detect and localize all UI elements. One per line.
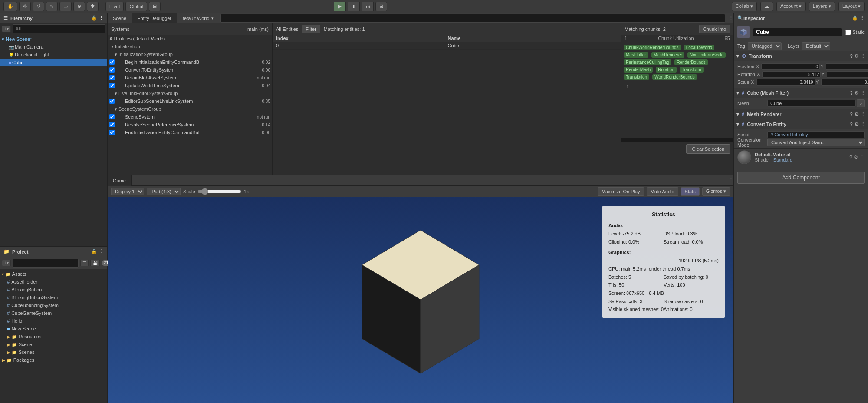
editor-subscene-row[interactable]: EditorSubSceneLiveLinkSystem 0.85 <box>108 97 272 105</box>
project-lock-icon[interactable]: 🔒 <box>91 249 97 254</box>
comp-tag-nonuniformscale[interactable]: NonUniformScale <box>687 52 726 58</box>
comp-tag-localtoworld[interactable]: LocalToWorld <box>684 45 714 50</box>
game-menu-btn[interactable]: ⋮ <box>729 178 733 183</box>
scene-system-checkbox[interactable] <box>109 114 115 119</box>
collab-btn[interactable]: Collab ▾ <box>732 2 757 11</box>
play-btn[interactable]: ▶ <box>334 2 346 11</box>
object-name-input[interactable] <box>753 28 842 36</box>
move-tool-btn[interactable]: ✥ <box>19 2 31 11</box>
retain-blob-checkbox[interactable] <box>109 75 115 80</box>
comp-tag-chunkworldrenderbounds[interactable]: ChunkWorldRenderBounds <box>624 45 681 50</box>
scene-system-row[interactable]: SceneSystem not run <box>108 113 272 121</box>
initialization-group[interactable]: ▾ Initialization <box>108 43 272 50</box>
layer-select[interactable]: Default <box>802 42 830 50</box>
convert-entity-checkbox[interactable] <box>109 67 115 73</box>
livelink-group[interactable]: ▾ LiveLinkEditorSystemGroup <box>108 89 272 97</box>
convert-entity-row[interactable]: ConvertToEntitySystem 0.00 <box>108 66 272 74</box>
material-help-icon[interactable]: ? <box>849 155 852 160</box>
entity-search-input[interactable] <box>220 14 725 23</box>
project-filter-btn[interactable]: ☰ <box>80 260 89 266</box>
transform-more-icon[interactable]: ⋮ <box>861 53 865 59</box>
stats-btn[interactable]: Stats <box>681 187 700 196</box>
material-settings-icon[interactable]: ⚙ <box>854 155 858 160</box>
begin-init-checkbox[interactable] <box>109 59 115 65</box>
project-item-resources[interactable]: ▶ 📁 Resources <box>0 333 107 340</box>
gizmos-btn[interactable]: Gizmos ▾ <box>702 187 730 196</box>
layers-btn[interactable]: Layers ▾ <box>809 2 835 11</box>
static-checkbox[interactable] <box>845 30 851 35</box>
extra-btn[interactable]: ⊞ <box>149 2 161 11</box>
convert-entity-settings-icon[interactable]: ⚙ <box>855 122 859 127</box>
comp-tag-renderbounds[interactable]: RenderBounds <box>674 59 708 65</box>
project-item-packages[interactable]: ▶ 📁 Packages <box>0 356 107 364</box>
inspector-menu-icon[interactable]: ⋮ <box>860 15 865 21</box>
mesh-filter-settings-icon[interactable]: ⚙ <box>855 90 859 96</box>
scale-y-input[interactable] <box>821 79 868 86</box>
material-name[interactable]: Default-Material <box>755 152 846 157</box>
material-preview-icon[interactable] <box>737 150 751 164</box>
retain-blob-row[interactable]: RetainBlobAssetSystem not run <box>108 74 272 82</box>
comp-tag-meshfilter[interactable]: MeshFilter <box>624 52 648 58</box>
convert-entity-more-icon[interactable]: ⋮ <box>861 122 865 127</box>
world-selector[interactable]: Default World ▾ <box>177 16 217 21</box>
entity-debugger-menu-btn[interactable]: ⋮ <box>729 15 733 21</box>
chunk-info-btn[interactable]: Chunk Info <box>699 25 730 33</box>
comp-tag-worldrenderbounds[interactable]: WorldRenderBounds <box>652 74 697 80</box>
more-btn[interactable]: ⊟ <box>375 2 387 11</box>
mesh-filter-header[interactable]: ▾ # Cube (Mesh Filter) ? ⚙ ⋮ <box>734 88 868 98</box>
mesh-filter-help-icon[interactable]: ? <box>850 90 853 96</box>
layout-btn[interactable]: Layout ▾ <box>838 2 865 11</box>
filter-btn[interactable]: Filter <box>302 25 320 33</box>
tag-select[interactable]: Untagged <box>748 42 782 50</box>
tree-item-cube[interactable]: ■ Cube <box>0 59 107 66</box>
rot-x-input[interactable] <box>762 71 821 78</box>
hierarchy-search[interactable] <box>13 24 105 33</box>
global-btn[interactable]: Global <box>125 2 147 11</box>
resolve-scene-checkbox[interactable] <box>109 122 115 127</box>
transform-tool-btn[interactable]: ⊕ <box>73 2 85 11</box>
rotate-tool-btn[interactable]: ↺ <box>33 2 44 11</box>
scale-x-input[interactable] <box>756 79 815 86</box>
all-entities-row[interactable]: All Entities (Default World) <box>108 35 272 43</box>
hierarchy-add-btn[interactable]: +▾ <box>2 26 11 32</box>
add-component-btn[interactable]: Add Component <box>737 172 865 184</box>
cloud-btn[interactable]: ☁ <box>760 2 773 11</box>
project-item-assetholder[interactable]: # AssetHolder <box>0 278 107 286</box>
end-init-row[interactable]: EndInitializationEntityCommandBuf 0.00 <box>108 129 272 136</box>
project-item-scenes[interactable]: ▶ 📁 Scenes <box>0 348 107 356</box>
hierarchy-lock-icon[interactable]: 🔒 <box>91 15 97 21</box>
material-more-icon[interactable]: ⋮ <box>860 155 865 160</box>
convert-entity-help-icon[interactable]: ? <box>850 122 853 127</box>
editor-subscene-checkbox[interactable] <box>109 99 115 104</box>
pos-y-input[interactable] <box>826 63 868 70</box>
project-save-btn[interactable]: 💾 <box>90 260 100 266</box>
mesh-renderer-header[interactable]: ▾ # Mesh Renderer ? ⚙ ⋮ <box>734 109 868 119</box>
convert-entity-header[interactable]: ▾ # Convert To Entity ? ⚙ ⋮ <box>734 119 868 129</box>
project-item-blinkingbuttonsystem[interactable]: # BlinkingButtonSystem <box>0 294 107 301</box>
account-btn[interactable]: Account ▾ <box>776 2 806 11</box>
init-system-group[interactable]: ▾ InitializationSystemGroup <box>108 50 272 58</box>
maximize-on-play-btn[interactable]: Maximize On Play <box>598 187 644 196</box>
resolve-scene-row[interactable]: ResolveSceneReferenceSystem 0.14 <box>108 121 272 129</box>
pos-x-input[interactable] <box>761 63 820 70</box>
pause-btn[interactable]: ⏸ <box>348 2 360 11</box>
begin-init-row[interactable]: BeginInitializationEntityCommandB 0.02 <box>108 58 272 66</box>
rot-y-input[interactable] <box>827 71 868 78</box>
comp-tag-transform[interactable]: Transform <box>680 67 704 73</box>
mesh-renderer-help-icon[interactable]: ? <box>850 112 853 117</box>
tab-scene[interactable]: Scene <box>108 13 132 23</box>
project-item-cubegamesystem[interactable]: # CubeGameSystem <box>0 309 107 317</box>
scale-slider[interactable] <box>198 188 241 195</box>
update-world-row[interactable]: UpdateWorldTimeSystem 0.04 <box>108 82 272 89</box>
display-select[interactable]: Display 1 <box>111 188 144 195</box>
tree-item-camera[interactable]: 📷 Main Camera <box>0 43 107 51</box>
comp-tag-translation[interactable]: Translation <box>624 74 649 80</box>
transform-settings-icon[interactable]: ⚙ <box>855 53 859 59</box>
conversion-mode-select[interactable]: Convert And Inject Gam... <box>767 139 865 146</box>
mesh-renderer-more-icon[interactable]: ⋮ <box>861 112 865 117</box>
chunk-hscroll[interactable] <box>621 138 733 142</box>
mesh-select-btn[interactable]: ○ <box>857 99 865 107</box>
mesh-renderer-settings-icon[interactable]: ⚙ <box>855 112 859 117</box>
custom-tool-btn[interactable]: ✱ <box>87 2 99 11</box>
mesh-filter-more-icon[interactable]: ⋮ <box>861 90 865 96</box>
